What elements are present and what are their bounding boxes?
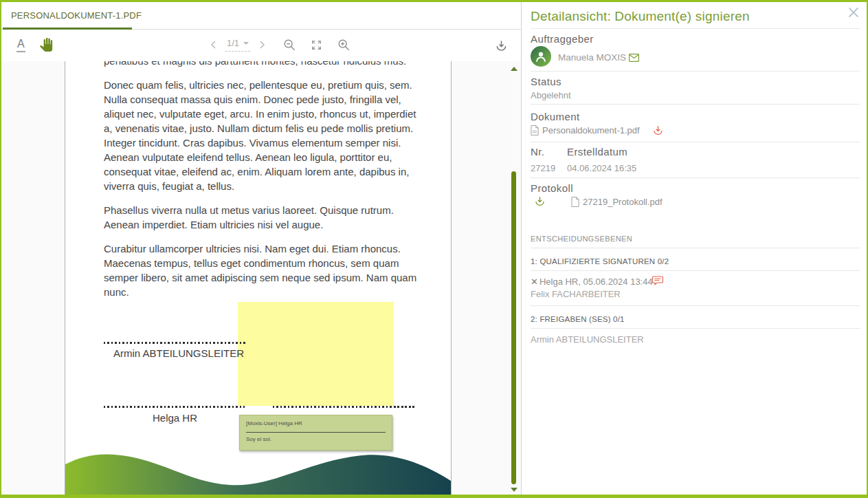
pdf-viewport: penatibus et magnis dis parturient monte…: [1, 61, 521, 495]
dokument-label: Dokument: [531, 111, 580, 122]
level1-label: 1: QUALIFIZIERTE SIGNATUREN 0/2: [531, 257, 669, 266]
scroll-up-arrow[interactable]: [511, 67, 518, 71]
pdf-page: penatibus et magnis dis parturient monte…: [65, 61, 452, 495]
download-document-icon[interactable]: [495, 39, 508, 52]
paragraph: Donec quam felis, ultricies nec, pellent…: [104, 78, 421, 193]
download-dokument-icon[interactable]: [652, 124, 664, 136]
divider: [531, 305, 860, 306]
pdf-file-icon: [531, 125, 539, 136]
hand-pan-tool-icon[interactable]: [39, 37, 53, 52]
divider: [531, 248, 860, 248]
protokoll-file-link[interactable]: 27219_Protokoll.pdf: [583, 197, 663, 207]
document-tab-bar: PERSONALDOKUMENT-1.PDF: [1, 2, 521, 30]
panel-title: Detailansicht: Dokument(e) signieren: [531, 9, 750, 24]
divider: [531, 177, 860, 178]
document-body-text: Donec quam felis, ultricies nec, pellent…: [104, 78, 421, 299]
dokument-file-link[interactable]: Personaldokument-1.pdf: [542, 125, 640, 136]
stamp-divider: [246, 432, 386, 433]
level2-label: 2: FREIGABEN (SES) 0/1: [531, 315, 625, 323]
stamp-user-line: [Moxis-User] Helga HR: [246, 420, 386, 426]
text-annotation-tool-icon[interactable]: A: [16, 38, 25, 52]
next-page-icon[interactable]: [257, 39, 268, 51]
detail-panel: Detailansicht: Dokument(e) signieren Auf…: [522, 2, 867, 495]
avatar: [531, 46, 551, 67]
rejected-entry-text: Helga HR, 05.06.2024 13:44: [539, 277, 653, 287]
email-icon[interactable]: [629, 54, 639, 62]
nr-value: 27219: [531, 163, 555, 173]
rejected-x-icon: ✕: [531, 277, 538, 287]
divider: [531, 328, 860, 329]
download-protokoll-icon[interactable]: [534, 195, 546, 207]
divider: [531, 270, 860, 271]
footer-wave-graphic: [65, 451, 451, 495]
chevron-down-icon: [243, 42, 249, 45]
level1-rejected-entry: ✕Helga HR, 05.06.2024 13:44: [531, 277, 653, 287]
level1-pending-entry: Felix FACHARBEITER: [531, 289, 621, 299]
divider: [531, 104, 860, 105]
paragraph: Phasellus viverra nulla ut metus varius …: [104, 203, 421, 232]
page-indicator-label: 1/1: [227, 38, 239, 48]
tab-personaldokument[interactable]: PERSONALDOKUMENT-1.PDF: [11, 10, 142, 21]
erstelldatum-label: Erstelldatum: [567, 146, 627, 158]
previous-page-icon[interactable]: [208, 39, 219, 51]
auftraggeber-label: Auftraggeber: [531, 33, 594, 45]
scrollbar-thumb[interactable]: [511, 171, 516, 484]
divider: [531, 71, 860, 72]
nr-label: Nr.: [531, 146, 544, 158]
signature-stamp: [Moxis-User] Helga HR Soy el sol.: [239, 415, 392, 451]
page-indicator-dropdown[interactable]: 1/1: [225, 38, 250, 52]
pdf-viewer-pane: PERSONALDOKUMENT-1.PDF A 1/1: [1, 2, 521, 495]
viewer-toolbar: A 1/1: [1, 30, 521, 61]
signature-line-helga-right: [273, 406, 415, 408]
erstelldatum-value: 04.06.2024 16:35: [567, 163, 636, 173]
divider: [531, 28, 860, 29]
entscheidungsebenen-label: ENTSCHEIDUNGSEBENEN: [531, 235, 632, 243]
signature-label-helga: Helga HR: [153, 412, 197, 424]
status-value: Abgelehnt: [531, 90, 571, 100]
pending-signature-field[interactable]: [238, 302, 394, 406]
level2-pending-entry: Armin ABTEILUNGSLEITER: [531, 334, 644, 345]
divider: [531, 142, 860, 142]
status-label: Status: [531, 76, 561, 87]
close-icon[interactable]: [845, 3, 863, 21]
comment-bubble-icon[interactable]: [652, 276, 663, 286]
signature-line-helga-left: [104, 406, 245, 408]
fullscreen-icon[interactable]: [311, 39, 322, 51]
pdf-file-icon: [571, 197, 579, 207]
signature-line-armin: [104, 342, 245, 344]
auftraggeber-name: Manuela MOXIS: [558, 52, 626, 63]
clipped-text-line: penatibus et magnis dis parturient monte…: [104, 61, 427, 67]
protokoll-label: Protokoll: [531, 182, 573, 194]
stamp-comment-line: Soy el sol.: [246, 436, 386, 442]
signature-label-armin: Armin ABTEILUNGSLEITER: [113, 347, 244, 359]
paragraph: Curabitur ullamcorper ultricies nisi. Na…: [104, 241, 421, 299]
scroll-down-arrow[interactable]: [511, 488, 518, 492]
zoom-in-icon[interactable]: [337, 39, 350, 51]
zoom-out-icon[interactable]: [283, 39, 296, 51]
